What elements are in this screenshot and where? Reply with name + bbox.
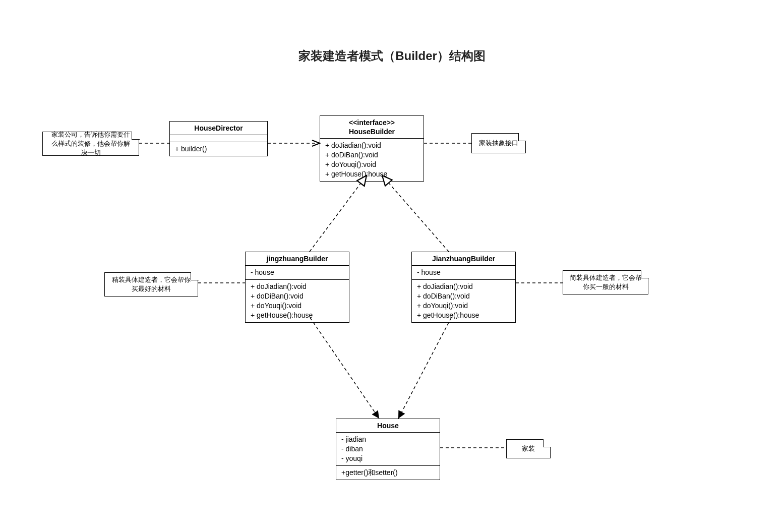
class-methods: +getter()和setter() bbox=[336, 466, 440, 480]
diagram-title: 家装建造者模式（Builder）结构图 bbox=[0, 48, 784, 64]
note-text: 简装具体建造者，它会帮你买一般的材料 bbox=[569, 273, 642, 291]
svg-line-7 bbox=[310, 318, 379, 419]
class-attrs bbox=[170, 135, 267, 142]
class-name: House bbox=[336, 419, 440, 433]
class-house-director: HouseDirector + builder() bbox=[169, 121, 268, 156]
svg-line-3 bbox=[310, 175, 367, 252]
class-name: HouseBuilder bbox=[324, 127, 419, 136]
note-house: 家装 bbox=[506, 439, 551, 458]
note-text: 家装抽象接口 bbox=[479, 139, 518, 148]
note-jing: 精装具体建造者，它会帮你买最好的材料 bbox=[104, 272, 198, 297]
note-text: 精装具体建造者，它会帮你买最好的材料 bbox=[111, 275, 192, 293]
note-text: 家装 bbox=[522, 444, 535, 453]
class-name: JianzhuangBuilder bbox=[412, 252, 515, 266]
class-methods: + doJiadian():void + doDiBan():void + do… bbox=[320, 139, 424, 181]
class-attrs: - house bbox=[246, 266, 349, 280]
class-jianzhuang-builder: JianzhuangBuilder - house + doJiadian():… bbox=[411, 252, 516, 323]
svg-line-8 bbox=[398, 318, 451, 419]
class-stereotype: <<interface>> bbox=[324, 118, 419, 127]
class-methods: + doJiadian():void + doDiBan():void + do… bbox=[412, 280, 515, 322]
class-house-builder: <<interface>> HouseBuilder + doJiadian()… bbox=[320, 115, 424, 182]
class-attrs: - jiadian - diban - youqi bbox=[336, 433, 440, 466]
svg-line-4 bbox=[382, 175, 449, 252]
class-methods: + builder() bbox=[170, 142, 267, 156]
class-house: House - jiadian - diban - youqi +getter(… bbox=[336, 419, 440, 480]
class-name: jingzhuangBuilder bbox=[246, 252, 349, 266]
class-jingzhuang-builder: jingzhuangBuilder - house + doJiadian():… bbox=[245, 252, 349, 323]
note-builder: 家装抽象接口 bbox=[471, 133, 526, 153]
class-attrs: - house bbox=[412, 266, 515, 280]
class-methods: + doJiadian():void + doDiBan():void + do… bbox=[246, 280, 349, 322]
class-name: HouseDirector bbox=[170, 122, 267, 135]
note-text: 家装公司，告诉他你需要什么样式的装修，他会帮你解决一切 bbox=[49, 130, 133, 158]
note-jian: 简装具体建造者，它会帮你买一般的材料 bbox=[563, 270, 648, 294]
note-director: 家装公司，告诉他你需要什么样式的装修，他会帮你解决一切 bbox=[42, 132, 139, 156]
